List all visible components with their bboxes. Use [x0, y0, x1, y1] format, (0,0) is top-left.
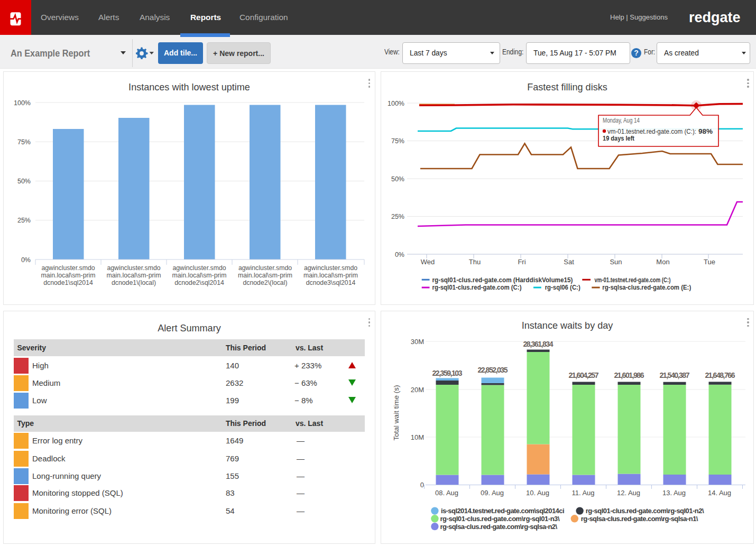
svg-text:Mon: Mon [656, 258, 669, 266]
svg-text:is-sql2014.testnet.red-gate.co: is-sql2014.testnet.red-gate.com\sql2014c… [441, 507, 565, 515]
svg-text:agwincluster.smdo: agwincluster.smdo [41, 264, 95, 272]
svg-text:rg-sqlsa-clus.red-gate.com\rg-: rg-sqlsa-clus.red-gate.com\rg-sqlsa-n2\ [440, 523, 558, 531]
svg-text:50%: 50% [391, 175, 404, 183]
svg-text:14. Aug: 14. Aug [708, 489, 731, 497]
svg-text:dcnode2\(local): dcnode2\(local) [243, 279, 287, 286]
svg-text:rg-sql01-clus.red-gate.com\rg-: rg-sql01-clus.red-gate.com\rg-sql01-n2\ [586, 507, 704, 515]
svg-text:08. Aug: 08. Aug [435, 489, 458, 497]
svg-text:30M: 30M [411, 338, 424, 346]
svg-text:main.local\sm-prim: main.local\sm-prim [172, 272, 226, 279]
svg-text:Monday, Aug 14: Monday, Aug 14 [603, 117, 640, 124]
svg-text:agwincluster.smdo: agwincluster.smdo [107, 264, 160, 272]
svg-text:19 days left: 19 days left [603, 134, 634, 142]
svg-text:0%: 0% [21, 256, 31, 264]
svg-text:100%: 100% [14, 99, 31, 107]
svg-text:50%: 50% [17, 178, 31, 185]
svg-text:25%: 25% [17, 217, 31, 224]
svg-text:25%: 25% [391, 213, 404, 220]
svg-text:agwincluster.smdo: agwincluster.smdo [238, 264, 292, 272]
svg-text:Sat: Sat [564, 258, 574, 266]
svg-text:rg-sql06 (C:): rg-sql06 (C:) [545, 284, 580, 291]
svg-text:main.local\sm-prim: main.local\sm-prim [303, 272, 358, 279]
svg-text:main.local\sm-prim: main.local\sm-prim [106, 272, 161, 279]
svg-text:09. Aug: 09. Aug [481, 489, 504, 497]
svg-text:10. Aug: 10. Aug [526, 489, 549, 497]
svg-text:21,648,766: 21,648,766 [705, 371, 735, 379]
svg-text:22,359,103: 22,359,103 [432, 369, 463, 377]
svg-text:21,540,387: 21,540,387 [660, 371, 690, 379]
svg-text:Sun: Sun [610, 258, 622, 266]
svg-text:rg-sqlsa-clus.red-gate.com (E:: rg-sqlsa-clus.red-gate.com (E:) [602, 284, 691, 291]
svg-text:agwincluster.smdo: agwincluster.smdo [304, 264, 357, 272]
svg-text:rg-sqlsa-clus.red-gate.com\rg-: rg-sqlsa-clus.red-gate.com\rg-sqlsa-n1\ [581, 515, 698, 523]
svg-text:22,852,035: 22,852,035 [478, 366, 508, 374]
svg-text:98%: 98% [698, 127, 713, 135]
svg-text:100%: 100% [388, 100, 404, 107]
svg-text:21,604,257: 21,604,257 [569, 371, 599, 379]
svg-text:0%: 0% [395, 251, 404, 258]
svg-text:13. Aug: 13. Aug [662, 489, 686, 497]
svg-text:main.local\sm-prim: main.local\sm-prim [238, 272, 292, 279]
svg-text:dcnode3\sql2014: dcnode3\sql2014 [306, 279, 356, 286]
svg-text:rg-sql01-clus.red-gate.com\rg-: rg-sql01-clus.red-gate.com\rg-sql01-n3\ [440, 515, 560, 523]
svg-text:75%: 75% [391, 137, 404, 145]
svg-text:redgate: redgate [689, 10, 741, 25]
svg-text:Fri: Fri [518, 258, 525, 266]
svg-text:0: 0 [420, 481, 424, 489]
svg-text:Wed: Wed [421, 258, 435, 266]
svg-text:dcnode1\sql2014: dcnode1\sql2014 [43, 279, 93, 286]
svg-text:dcnode2\sql2014: dcnode2\sql2014 [174, 279, 224, 286]
svg-text:agwincluster.smdo: agwincluster.smdo [172, 264, 226, 272]
svg-text:rg-sql01-clus.red-gate.com (C:: rg-sql01-clus.red-gate.com (C:) [432, 284, 522, 291]
svg-text:21,601,986: 21,601,986 [614, 371, 644, 379]
svg-text:75%: 75% [17, 138, 31, 146]
svg-text:11. Aug: 11. Aug [571, 489, 594, 497]
svg-text:20M: 20M [411, 386, 424, 394]
svg-text:28,361,834: 28,361,834 [523, 340, 554, 348]
svg-text:Tue: Tue [704, 258, 715, 266]
svg-text:10M: 10M [411, 433, 424, 441]
svg-text:Total wait time (s): Total wait time (s) [392, 385, 400, 440]
svg-text:Thu: Thu [469, 258, 481, 266]
svg-text:vm-01.testnet.red-gate.com (C:: vm-01.testnet.red-gate.com (C:) [594, 276, 670, 284]
svg-text:12. Aug: 12. Aug [617, 489, 640, 497]
svg-text:main.local\sm-prim: main.local\sm-prim [41, 272, 95, 279]
svg-text:rg-sql01-clus.red-gate.com (Ha: rg-sql01-clus.red-gate.com (HarddiskVolu… [432, 276, 573, 284]
svg-text:dcnode1\(local): dcnode1\(local) [112, 279, 156, 286]
